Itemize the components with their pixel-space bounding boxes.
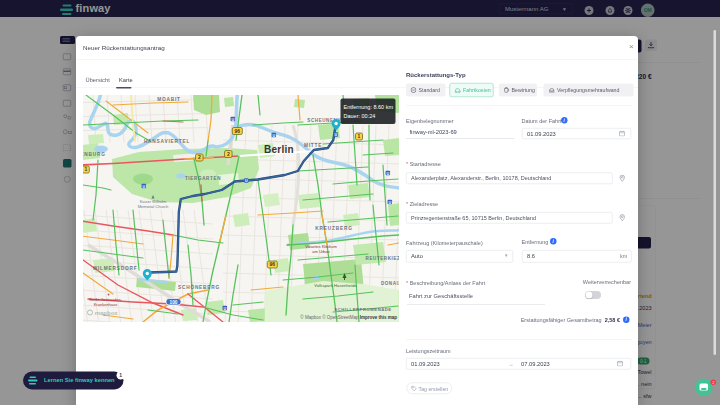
- svg-text:U: U: [231, 118, 234, 122]
- svg-text:MOABIT: MOABIT: [157, 97, 181, 102]
- svg-text:Volkspark Hasenheide: Volkspark Hasenheide: [314, 283, 357, 288]
- svg-text:2: 2: [227, 151, 230, 157]
- svg-text:U: U: [388, 201, 391, 205]
- svg-text:1: 1: [358, 133, 361, 139]
- svg-text:U: U: [272, 134, 275, 138]
- svg-text:96: 96: [235, 128, 241, 134]
- svg-text:U: U: [142, 185, 145, 189]
- svg-text:+: +: [107, 292, 110, 297]
- svg-text:Memorial Church: Memorial Church: [138, 204, 168, 209]
- svg-text:1: 1: [84, 166, 87, 172]
- svg-text:WILMERSDORF: WILMERSDORF: [93, 266, 138, 271]
- svg-text:SCHÖNEBERG: SCHÖNEBERG: [178, 284, 220, 290]
- svg-text:OTTENBURG: OTTENBURG: [83, 152, 106, 157]
- svg-text:U: U: [386, 172, 389, 176]
- svg-text:100: 100: [170, 300, 178, 305]
- svg-text:Berlin: Berlin: [264, 144, 294, 155]
- svg-text:SCHILLERPROMENADE: SCHILLERPROMENADE: [334, 307, 391, 312]
- svg-text:U: U: [245, 179, 248, 183]
- svg-text:U: U: [334, 133, 337, 137]
- svg-text:MITTE: MITTE: [304, 143, 322, 148]
- svg-text:am Urban: am Urban: [312, 249, 330, 254]
- svg-text:KREUZBERG: KREUZBERG: [315, 226, 352, 231]
- svg-text:TIERGARTEN: TIERGARTEN: [185, 176, 221, 181]
- svg-text:96: 96: [270, 261, 276, 267]
- svg-text:REUTERKIEZ: REUTERKIEZ: [366, 256, 399, 261]
- svg-text:2: 2: [198, 154, 201, 160]
- svg-text:DONAUKIEZ: DONAUKIEZ: [381, 281, 399, 286]
- svg-text:U: U: [223, 307, 226, 311]
- svg-text:Krankenhaus: Krankenhaus: [94, 302, 118, 307]
- svg-text:HANSAVIERTEL: HANSAVIERTEL: [144, 139, 190, 144]
